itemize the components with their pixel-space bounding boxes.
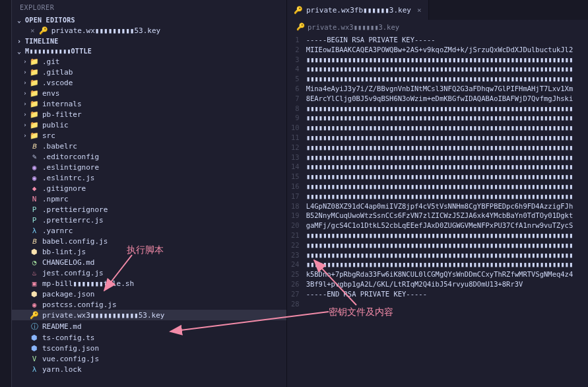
- file-row[interactable]: ›◉.eslintrc.js: [12, 172, 286, 183]
- tree-item-label: .yarnrc: [42, 227, 73, 235]
- file-icon: ◉: [29, 300, 40, 309]
- sidebar: EXPLORER ⌄ OPEN EDITORS × 🔑 private.wx▮▮…: [12, 0, 286, 387]
- folder-icon: 📁: [29, 110, 40, 119]
- file-icon: ⬢: [29, 248, 40, 256]
- tree-item-label: jest.config.js: [42, 269, 104, 277]
- tree-item-label: bb-lint.js: [42, 248, 86, 256]
- folder-icon: 📁: [29, 100, 40, 108]
- file-icon: ✎: [29, 153, 40, 161]
- tree-item-label: internals: [42, 100, 82, 108]
- tree-item-label: .gitignore: [42, 184, 86, 193]
- tabs: 🔑 private.wx3fb▮▮▮▮▮▮3.key ×: [287, 0, 588, 20]
- file-row[interactable]: ›⬢bb-lint.js: [12, 246, 286, 257]
- file-icon: λ: [29, 227, 40, 235]
- open-editors-header[interactable]: ⌄ OPEN EDITORS: [12, 15, 286, 25]
- file-row[interactable]: ›λ.yarnrc: [12, 225, 286, 236]
- file-row[interactable]: ›P.prettierrc.js: [12, 215, 286, 225]
- file-icon: 𝘉: [29, 237, 40, 246]
- file-row[interactable]: ›◉.eslintignore: [12, 162, 286, 172]
- tree-item-label: .npmrc: [42, 195, 69, 203]
- tree-item-label: private.wx3▮▮▮▮▮▮▮▮▮▮▮53.key: [42, 311, 164, 320]
- file-row[interactable]: ›𝘉.babelrc: [12, 141, 286, 151]
- file-icon: ◆: [29, 184, 40, 193]
- open-editors-label: OPEN EDITORS: [25, 17, 75, 24]
- file-icon: 𝘉: [29, 142, 40, 151]
- file-row[interactable]: ›⬢package.json: [12, 289, 286, 299]
- file-row[interactable]: ›◔CHANGELOG.md: [12, 257, 286, 267]
- tree-item-label: package.json: [42, 290, 94, 299]
- tree-item-label: envs: [42, 89, 60, 98]
- close-icon[interactable]: ×: [30, 26, 35, 35]
- folder-icon: 📁: [29, 89, 40, 98]
- chevron-right-icon: ›: [21, 58, 29, 65]
- folder-row[interactable]: ›📁internals: [12, 98, 286, 109]
- file-row[interactable]: ›P.prettierignore: [12, 204, 286, 215]
- chevron-right-icon: ›: [21, 79, 29, 86]
- folder-row[interactable]: ›📁pb-filter: [12, 109, 286, 120]
- tree-item-label: ts-config.ts: [42, 334, 94, 342]
- tree-item-label: .vscode: [42, 79, 73, 87]
- folder-icon: 📁: [29, 79, 40, 87]
- tree-item-label: .git: [42, 57, 60, 66]
- file-row[interactable]: ›▣mp-bill▮▮▮▮▮▮▮ttle.sh: [12, 278, 286, 289]
- tree-item-label: pb-filter: [42, 110, 82, 119]
- file-row[interactable]: ›N.npmrc: [12, 194, 286, 204]
- close-icon[interactable]: ×: [417, 6, 422, 15]
- folder-row[interactable]: ›📁public: [12, 120, 286, 130]
- tree-item-label: public: [42, 121, 69, 129]
- code-area[interactable]: 1234567891011121314151617181920212223242…: [287, 34, 588, 387]
- folder-row[interactable]: ›📁src: [12, 130, 286, 141]
- file-icon: ♨: [29, 269, 40, 277]
- chevron-right-icon: ›: [21, 69, 29, 75]
- workspace-header[interactable]: ⌄ M▮▮▮▮▮▮▮▮▮▮OTTLE: [12, 46, 286, 56]
- key-icon: 🔑: [39, 26, 48, 35]
- line-numbers: 1234567891011121314151617181920212223242…: [287, 34, 306, 387]
- file-row[interactable]: ›λyarn.lock: [12, 364, 286, 374]
- folder-row[interactable]: ›📁.git: [12, 56, 286, 67]
- file-row[interactable]: ›⬢ts-config.ts: [12, 332, 286, 343]
- tree-item-label: .eslintignore: [42, 163, 99, 172]
- file-icon: ◔: [29, 258, 40, 267]
- file-row[interactable]: ›◉postcss.config.js: [12, 299, 286, 310]
- breadcrumb[interactable]: 🔑 private.wx3▮▮▮▮▮▮3.key: [287, 20, 588, 34]
- timeline-label: TIMELINE: [25, 38, 59, 45]
- open-editor-item[interactable]: × 🔑 private.wx▮▮▮▮▮▮▮▮▮53.key: [12, 25, 286, 36]
- file-row[interactable]: ›♨jest.config.js: [12, 267, 286, 278]
- tab-private-key[interactable]: 🔑 private.wx3fb▮▮▮▮▮▮3.key ×: [287, 0, 429, 20]
- file-icon: ⬢: [29, 344, 40, 353]
- activity-bar[interactable]: [0, 0, 12, 387]
- workspace-label: M▮▮▮▮▮▮▮▮▮▮OTTLE: [25, 48, 92, 55]
- file-row[interactable]: ›ⓘREADME.md: [12, 320, 286, 332]
- file-icon: λ: [29, 365, 40, 374]
- file-icon: V: [29, 355, 40, 363]
- chevron-right-icon: ›: [17, 38, 25, 45]
- key-icon: 🔑: [296, 22, 305, 31]
- tree-item-label: mp-bill▮▮▮▮▮▮▮ttle.sh: [42, 279, 134, 288]
- file-row[interactable]: ›⬢tsconfig.json: [12, 343, 286, 353]
- tree-item-label: babel.config.js: [42, 237, 108, 246]
- file-row[interactable]: ›◆.gitignore: [12, 183, 286, 194]
- tree-item-label: .prettierrc.js: [42, 216, 104, 225]
- chevron-down-icon: ⌄: [17, 48, 25, 55]
- file-row[interactable]: ›🔑private.wx3▮▮▮▮▮▮▮▮▮▮▮53.key: [12, 310, 286, 320]
- file-row[interactable]: ›𝘉babel.config.js: [12, 236, 286, 246]
- tree-item-label: README.md: [42, 322, 82, 331]
- file-icon: N: [29, 195, 40, 203]
- folder-icon: 📁: [29, 57, 40, 66]
- breadcrumb-name: private.wx3▮▮▮▮▮▮3.key: [308, 23, 399, 31]
- code-content[interactable]: -----BEGIN RSA PRIVATE KEY-----MIIEowIBA…: [306, 34, 588, 387]
- timeline-header[interactable]: › TIMELINE: [12, 36, 286, 46]
- file-icon: P: [29, 216, 40, 225]
- folder-row[interactable]: ›📁.vscode: [12, 77, 286, 88]
- tree-item-label: vue.config.js: [42, 355, 99, 363]
- explorer-title: EXPLORER: [12, 0, 286, 15]
- folder-row[interactable]: ›📁.gitlab: [12, 67, 286, 77]
- folder-row[interactable]: ›📁envs: [12, 88, 286, 98]
- tree-item-label: .prettierignore: [42, 205, 108, 214]
- chevron-right-icon: ›: [21, 132, 29, 139]
- tree-item-label: .babelrc: [42, 142, 77, 151]
- file-row[interactable]: ›✎.editorconfig: [12, 151, 286, 162]
- file-row[interactable]: ›Vvue.config.js: [12, 353, 286, 364]
- key-icon: 🔑: [294, 6, 303, 15]
- tree-item-label: .gitlab: [42, 68, 73, 77]
